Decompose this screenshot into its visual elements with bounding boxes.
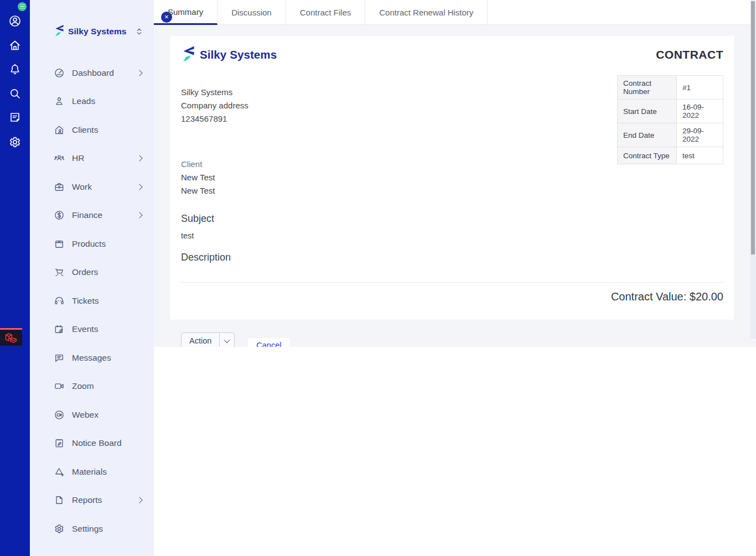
brand-logo-icon: [181, 45, 196, 64]
sidebar-item-dashboard[interactable]: Dashboard: [30, 59, 154, 87]
tickets-icon: [54, 295, 65, 306]
sidebar-item-leads[interactable]: Leads: [30, 87, 154, 116]
tab-bar: Summary Discussion Contract Files Contra…: [154, 0, 756, 25]
table-row: End Date 29-09-2022: [618, 123, 723, 147]
icon-rail: [0, 0, 30, 556]
tab-contract-renewal-history[interactable]: Contract Renewal History: [365, 0, 488, 25]
subject-heading: Subject: [181, 213, 214, 225]
sidebar-item-materials[interactable]: Materials: [30, 458, 154, 486]
tab-discussion[interactable]: Discussion: [218, 0, 286, 25]
home-icon[interactable]: [8, 38, 22, 53]
chevron-right-icon: [136, 212, 142, 219]
sidebar-close-icon[interactable]: ✕: [161, 12, 172, 23]
company-info: Silky Systems Company address 1234567891: [181, 86, 248, 126]
clients-icon: [54, 124, 65, 136]
laravel-debugbar-icon[interactable]: [0, 328, 22, 346]
sidebar-brand[interactable]: Silky Systems: [54, 24, 143, 39]
sidebar-item-settings[interactable]: Settings: [30, 515, 154, 543]
settings-icon: [54, 523, 65, 534]
dashboard-icon: [54, 67, 65, 79]
brand-switcher-icon[interactable]: [136, 27, 143, 36]
contract-company-logo: Silky Systems: [181, 45, 277, 64]
chevron-right-icon: [136, 70, 142, 76]
sidebar-item-hr[interactable]: HR: [30, 144, 154, 173]
contract-meta-table: Contract Number #1 Start Date 16-09-2022…: [617, 75, 723, 164]
client-company: New Test: [181, 184, 215, 198]
menu-toggle-icon[interactable]: [18, 2, 27, 11]
client-label: Client: [181, 158, 215, 171]
sidebar-item-reports[interactable]: Reports: [30, 486, 154, 515]
events-icon: [54, 324, 65, 335]
brand-name: Silky Systems: [68, 27, 127, 37]
chevron-right-icon: [136, 184, 142, 190]
client-name: New Test: [181, 171, 215, 184]
company-name: Silky Systems: [181, 86, 248, 99]
materials-icon: [54, 466, 65, 477]
work-icon: [54, 181, 65, 193]
chevron-right-icon: [136, 497, 142, 503]
notice-board-icon: [54, 438, 65, 449]
reports-icon: [54, 495, 65, 506]
contract-title: CONTRACT: [656, 48, 723, 61]
divider: [181, 282, 723, 283]
notifications-icon[interactable]: [8, 62, 22, 76]
settings-gear-icon[interactable]: [8, 135, 22, 149]
sidebar-item-work[interactable]: Work: [30, 173, 154, 201]
app-root: ✕ Silky Systems Dashboard Leads: [0, 0, 756, 556]
sidebar: ✕ Silky Systems Dashboard Leads: [30, 0, 154, 556]
subject-value: test: [181, 231, 194, 240]
table-row: Start Date 16-09-2022: [618, 100, 723, 123]
scrollbar-track[interactable]: [750, 0, 756, 339]
orders-icon: [54, 267, 65, 278]
sidebar-menu: Dashboard Leads Clients HR Work: [30, 59, 154, 543]
contract-value: Contract Value: $20.00: [611, 290, 723, 303]
contract-brand-name: Silky Systems: [200, 48, 277, 61]
sidebar-item-tickets[interactable]: Tickets: [30, 287, 154, 315]
brand-logo-icon: [54, 24, 65, 39]
notes-icon[interactable]: [8, 110, 22, 124]
sidebar-item-notice-board[interactable]: Notice Board: [30, 429, 154, 458]
tab-contract-files[interactable]: Contract Files: [286, 0, 366, 25]
description-heading: Description: [181, 252, 231, 263]
summary-tab-content: Silky Systems CONTRACT Contract Number #…: [154, 25, 756, 347]
products-icon: [54, 238, 65, 250]
company-phone: 1234567891: [181, 112, 248, 126]
messages-icon: [54, 352, 65, 363]
sidebar-item-clients[interactable]: Clients: [30, 116, 154, 144]
webex-icon: [54, 409, 65, 420]
sidebar-item-messages[interactable]: Messages: [30, 344, 154, 372]
blank-region: [154, 347, 756, 556]
profile-icon[interactable]: [8, 14, 22, 28]
zoom-icon: [54, 381, 65, 392]
finance-icon: [54, 210, 65, 221]
chevron-right-icon: [136, 155, 142, 162]
sidebar-item-webex[interactable]: Webex: [30, 401, 154, 429]
sidebar-item-orders[interactable]: Orders: [30, 258, 154, 287]
scrollbar-thumb[interactable]: [751, 1, 755, 254]
chevron-down-icon[interactable]: [219, 333, 234, 349]
sidebar-item-products[interactable]: Products: [30, 230, 154, 258]
table-row: Contract Number #1: [618, 76, 723, 100]
company-address: Company address: [181, 99, 248, 112]
main-area: Summary Discussion Contract Files Contra…: [154, 0, 756, 556]
leads-icon: [54, 96, 65, 107]
client-info: Client New Test New Test: [181, 158, 215, 198]
search-icon[interactable]: [8, 86, 22, 101]
sidebar-item-zoom[interactable]: Zoom: [30, 372, 154, 401]
sidebar-item-events[interactable]: Events: [30, 315, 154, 344]
sidebar-item-finance[interactable]: Finance: [30, 201, 154, 230]
table-row: Contract Type test: [618, 147, 723, 164]
contract-card: Silky Systems CONTRACT Contract Number #…: [170, 36, 734, 320]
hr-icon: [54, 153, 65, 164]
